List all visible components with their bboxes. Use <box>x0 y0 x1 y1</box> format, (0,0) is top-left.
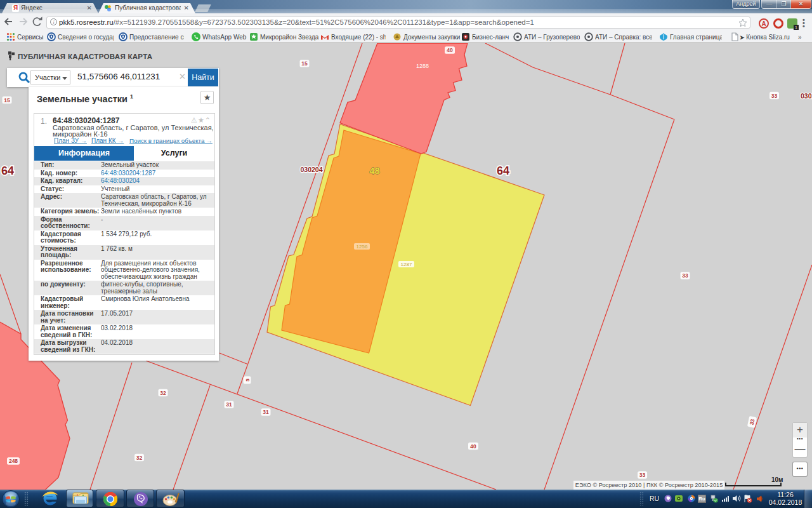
svg-text:48: 48 <box>369 165 380 176</box>
svg-text:64: 64 <box>1 164 14 177</box>
svg-text:1256: 1256 <box>357 244 368 250</box>
svg-text:33: 33 <box>771 93 778 99</box>
svg-text:248: 248 <box>9 458 18 464</box>
svg-text:1287: 1287 <box>401 262 412 267</box>
svg-text:030204: 030204 <box>801 92 812 100</box>
svg-text:33: 33 <box>639 472 646 478</box>
svg-text:15: 15 <box>301 60 308 67</box>
svg-text:64: 64 <box>497 164 509 177</box>
svg-text:40: 40 <box>470 443 476 450</box>
svg-text:1288: 1288 <box>416 63 429 69</box>
svg-text:5: 5 <box>245 378 251 382</box>
svg-text:15: 15 <box>4 97 10 104</box>
svg-text:31: 31 <box>263 409 269 415</box>
svg-text:33: 33 <box>682 272 688 279</box>
svg-text:40: 40 <box>447 47 453 53</box>
svg-text:32: 32 <box>136 455 143 461</box>
svg-text:31: 31 <box>226 401 232 408</box>
svg-text:32: 32 <box>160 390 166 396</box>
svg-text:030204: 030204 <box>300 166 322 173</box>
